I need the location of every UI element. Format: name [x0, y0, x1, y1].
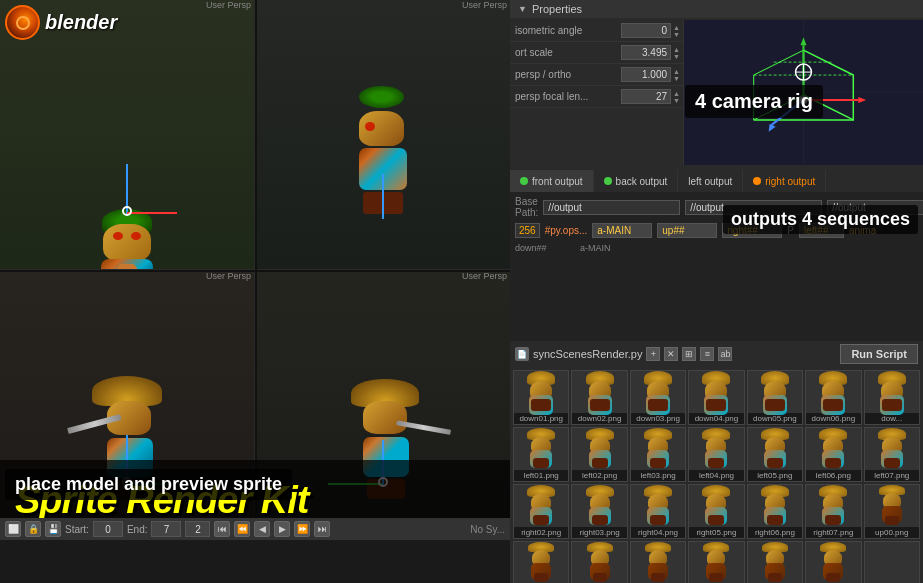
sprite-char-down05 [757, 371, 792, 411]
sprite-left03[interactable]: left03.png [630, 427, 686, 482]
seq-tab-front[interactable]: front output [510, 170, 594, 192]
step-fwd-btn[interactable]: ⏩ [294, 521, 310, 537]
properties-fields: isometric angle ▲ ▼ ort scale ▲ ▼ persp … [510, 20, 685, 108]
current-frame-input[interactable] [185, 521, 210, 537]
sprite-left05[interactable]: left05.png [747, 427, 803, 482]
prop-value-2[interactable] [621, 67, 671, 82]
seq-frame-num: 256 [515, 223, 540, 238]
sprite-up07[interactable]: up07.png [805, 541, 861, 583]
prop-dn-3[interactable]: ▼ [673, 97, 680, 104]
legs-u05 [709, 573, 723, 582]
sprite-char-up07 [816, 542, 851, 582]
sprite-up03[interactable]: up03.png [571, 541, 627, 583]
nosync-label: No Sy... [470, 524, 505, 535]
sprite-down06[interactable]: down06.png [805, 370, 861, 425]
sprite-right04[interactable]: right04.png [630, 484, 686, 539]
sprites-section: down01.png down02.png [510, 367, 923, 583]
seq-tab-back[interactable]: back output [594, 170, 679, 192]
step-back-btn[interactable]: ⏪ [234, 521, 250, 537]
prop-arrows-3: ▲ ▼ [673, 90, 680, 104]
sprite-left04[interactable]: left04.png [688, 427, 744, 482]
prop-row-ortscale: ort scale ▲ ▼ [510, 42, 685, 64]
legs-d03 [648, 399, 668, 411]
sprite-down05[interactable]: down05.png [747, 370, 803, 425]
legs-u04 [651, 573, 665, 582]
script-ab-btn[interactable]: ab [718, 347, 732, 361]
sprite-label-left04: left04.png [689, 470, 743, 481]
sprite-char-down06 [816, 371, 851, 411]
play-back-btn[interactable]: ◀ [254, 521, 270, 537]
sprite-empty[interactable] [864, 541, 920, 583]
sprite-right05[interactable]: right05.png [688, 484, 744, 539]
script-grid-btn[interactable]: ⊞ [682, 347, 696, 361]
jump-start-btn[interactable]: ⏮ [214, 521, 230, 537]
sprite-up06[interactable]: up06.png [747, 541, 803, 583]
sprite-down04[interactable]: down04.png [688, 370, 744, 425]
legs-l03 [650, 458, 666, 468]
script-add-btn[interactable]: + [646, 347, 660, 361]
legs-r03 [592, 515, 608, 525]
sprite-right03[interactable]: right03.png [571, 484, 627, 539]
seq-field-down[interactable] [592, 223, 652, 238]
seq-field-up[interactable] [657, 223, 717, 238]
sequencer-tabs: front output back output left output rig… [510, 170, 923, 192]
sprite-up04[interactable]: up04.png [630, 541, 686, 583]
start-frame-input[interactable] [93, 521, 123, 537]
script-list-btn[interactable]: ≡ [700, 347, 714, 361]
play-btn[interactable]: ▶ [274, 521, 290, 537]
legs-l06 [825, 458, 841, 468]
viewport-front-right[interactable]: User Persp [256, 0, 510, 269]
sprite-left06[interactable]: left06.png [805, 427, 861, 482]
prop-collapse-icon[interactable]: ▼ [518, 4, 527, 14]
lock-icon-pb[interactable]: 🔒 [25, 521, 41, 537]
sprite-dow-extra[interactable]: dow... [864, 370, 920, 425]
run-script-button[interactable]: Run Script [840, 344, 918, 364]
prop-up-0[interactable]: ▲ [673, 24, 680, 31]
viewport-front-left[interactable]: User Persp [0, 0, 254, 269]
sprite-left07[interactable]: left07.png [864, 427, 920, 482]
end-frame-input[interactable] [151, 521, 181, 537]
prop-dn-1[interactable]: ▼ [673, 53, 680, 60]
prop-up-1[interactable]: ▲ [673, 46, 680, 53]
sprite-right02-2[interactable]: right02.png [513, 541, 569, 583]
prop-value-3[interactable] [621, 89, 671, 104]
seq-path-1[interactable] [543, 200, 680, 215]
prop-label-0: isometric angle [515, 25, 621, 36]
script-remove-btn[interactable]: ✕ [664, 347, 678, 361]
seq-tab-right[interactable]: right output [743, 170, 826, 192]
sprite-char-up05 [699, 542, 734, 582]
sprite-down02[interactable]: down02.png [571, 370, 627, 425]
prop-dn-2[interactable]: ▼ [673, 75, 680, 82]
sprite-left01[interactable]: left01.png [513, 427, 569, 482]
sprite-down03[interactable]: down03.png [630, 370, 686, 425]
sprite-right07[interactable]: right07.png [805, 484, 861, 539]
script-bar: 📄 syncScenesRender.py + ✕ ⊞ ≡ ab Run Scr… [510, 340, 923, 367]
prop-up-3[interactable]: ▲ [673, 90, 680, 97]
sprite-up00[interactable]: up00.png [864, 484, 920, 539]
save-icon-pb[interactable]: 💾 [45, 521, 61, 537]
sprite-right02[interactable]: right02.png [513, 484, 569, 539]
char-head-tr [359, 111, 404, 146]
prop-value-0[interactable] [621, 23, 671, 38]
sprites-row-up: right02.png up03.png [513, 541, 920, 583]
sprite-left02[interactable]: left02.png [571, 427, 627, 482]
legs-l01 [533, 458, 549, 468]
sprite-label-right05: right05.png [689, 527, 743, 538]
legs-r05 [708, 515, 724, 525]
vp-label-br: User Persp [462, 271, 507, 281]
place-model-label: place model and preview sprite [5, 469, 292, 500]
jump-end-btn[interactable]: ⏭ [314, 521, 330, 537]
dot-right [753, 177, 761, 185]
sprite-down01[interactable]: down01.png [513, 370, 569, 425]
sprite-up05[interactable]: up05.png [688, 541, 744, 583]
prop-value-1[interactable] [621, 45, 671, 60]
dot-front [520, 177, 528, 185]
legs-r02-2 [534, 573, 548, 582]
seq-ops-label: #py.ops... [545, 225, 588, 236]
prop-up-2[interactable]: ▲ [673, 68, 680, 75]
seq-tab-left[interactable]: left output [678, 170, 743, 192]
prop-dn-0[interactable]: ▼ [673, 31, 680, 38]
sprite-char-right02-2 [524, 542, 559, 582]
sprite-right06[interactable]: right06.png [747, 484, 803, 539]
properties-title-bar: ▼ Properties [510, 0, 923, 18]
